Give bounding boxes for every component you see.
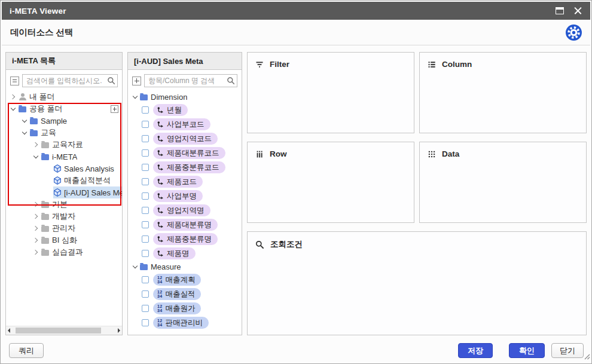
tree-item-developer[interactable]: 개발자 (6, 210, 122, 222)
checkbox[interactable] (142, 106, 149, 114)
data-drop-zone[interactable]: Data (419, 142, 587, 223)
group-dimension[interactable]: Dimension (128, 91, 242, 103)
ok-button[interactable]: 확인 (509, 343, 545, 358)
tree-item-bi-advanced[interactable]: BI 심화 (6, 234, 122, 246)
field-item-dimension[interactable]: 제품대분류명 (128, 218, 242, 232)
tree-item-sample[interactable]: Sample (6, 115, 122, 127)
folder-icon (41, 238, 49, 244)
close-button[interactable]: 닫기 (551, 343, 584, 358)
checkbox[interactable] (142, 207, 149, 214)
cube-icon (53, 176, 62, 185)
checkbox[interactable] (142, 192, 149, 200)
tree-item-admin[interactable]: 관리자 (6, 222, 122, 234)
checkbox[interactable] (142, 121, 149, 128)
dimension-pill[interactable]: 제품명 (153, 247, 196, 259)
maximize-icon[interactable] (556, 7, 564, 14)
chevron-down-icon[interactable] (11, 106, 16, 112)
chevron-right-icon[interactable] (33, 142, 39, 148)
field-item-dimension[interactable]: 제품대분류코드 (128, 146, 242, 160)
field-item-dimension[interactable]: 제품중분류명 (128, 232, 242, 246)
checkbox[interactable] (142, 135, 149, 142)
tree-item-sales-analysis[interactable]: Sales Analysis (6, 163, 122, 175)
dimension-pill[interactable]: 제품중분류명 (153, 233, 218, 245)
tree-item-my-folder[interactable]: 내 폴더 (6, 91, 122, 103)
checkbox[interactable] (142, 276, 149, 283)
field-item-dimension[interactable]: 제품명 (128, 246, 242, 261)
tree-item-education[interactable]: 교육 (6, 127, 122, 139)
tree-item-practice-results[interactable]: 실습결과 (6, 246, 122, 258)
add-folder-icon[interactable] (111, 105, 118, 113)
collapse-all-icon[interactable] (10, 77, 19, 85)
tree-item-public-folder[interactable]: 공용 폴더 (6, 103, 122, 115)
tree-item-training-materials[interactable]: 교육자료 (6, 139, 122, 151)
tree-item-basic[interactable]: 기본 (6, 198, 122, 210)
chevron-right-icon[interactable] (33, 214, 39, 219)
chevron-down-icon[interactable] (133, 94, 138, 100)
field-item-dimension[interactable]: 사업부명 (128, 189, 242, 203)
column-drop-zone[interactable]: Column (419, 52, 587, 133)
dimension-pill[interactable]: 제품대분류코드 (153, 147, 225, 159)
scroll-right-icon[interactable] (115, 328, 121, 334)
field-item-dimension[interactable]: 제품코드 (128, 175, 242, 189)
field-search-input[interactable] (144, 74, 237, 87)
chevron-right-icon[interactable] (33, 238, 39, 243)
dimension-pill[interactable]: 제품중분류코드 (153, 161, 225, 173)
checkbox[interactable] (142, 178, 149, 185)
chevron-right-icon[interactable] (33, 250, 39, 255)
dimension-pill[interactable]: 제품코드 (153, 176, 203, 188)
checkbox[interactable] (142, 221, 149, 228)
checkbox[interactable] (142, 149, 149, 157)
dimension-pill[interactable]: 사업부코드 (153, 118, 210, 130)
checkbox[interactable] (142, 164, 149, 171)
dimension-pill[interactable]: 년월 (153, 104, 188, 116)
close-icon[interactable] (573, 7, 582, 16)
measure-pill[interactable]: 1234매출실적 (153, 288, 201, 300)
meta-list-panel-title: i-META 목록 (6, 53, 122, 70)
horizontal-scrollbar[interactable] (6, 326, 122, 335)
checkbox[interactable] (142, 250, 149, 257)
chevron-right-icon[interactable] (33, 226, 39, 231)
checkbox[interactable] (142, 305, 149, 312)
field-item-dimension[interactable]: 년월 (128, 103, 242, 117)
settings-gear-icon[interactable] (566, 25, 582, 41)
checkbox[interactable] (142, 319, 149, 326)
tree-item-sales-performance[interactable]: 매출실적분석 (6, 175, 122, 186)
field-item-measure[interactable]: 1234판매관리비 (128, 316, 242, 330)
save-button[interactable]: 저장 (458, 343, 493, 358)
folder-icon (41, 214, 49, 220)
chevron-right-icon[interactable] (33, 202, 39, 207)
measure-pill[interactable]: 1234매출원가 (153, 302, 201, 314)
checkbox[interactable] (142, 235, 149, 243)
dimension-pill[interactable]: 영업지역코드 (153, 133, 218, 145)
measure-pill[interactable]: 1234판매관리비 (153, 317, 209, 329)
scrollbar-thumb[interactable] (16, 328, 101, 334)
chevron-down-icon[interactable] (33, 154, 39, 160)
checkbox[interactable] (142, 290, 149, 298)
tree-item-iaud-sales-meta-selected[interactable]: [i-AUD] Sales Meta (6, 186, 122, 198)
filter-drop-zone[interactable]: Filter (247, 52, 414, 133)
chevron-down-icon[interactable] (133, 264, 138, 270)
chevron-down-icon[interactable] (22, 118, 28, 124)
chevron-right-icon[interactable] (11, 94, 16, 100)
field-item-dimension[interactable]: 사업부코드 (128, 117, 242, 131)
field-item-measure[interactable]: 1234매출원가 (128, 301, 242, 316)
query-button[interactable]: 쿼리 (9, 343, 44, 358)
dimension-pill[interactable]: 영업지역명 (153, 204, 210, 216)
row-drop-zone[interactable]: Row (247, 142, 414, 223)
expand-all-icon[interactable] (132, 77, 141, 85)
chevron-down-icon[interactable] (22, 130, 28, 136)
field-item-dimension[interactable]: 제품중분류코드 (128, 160, 242, 175)
condition-box[interactable]: 조회조건 (247, 231, 587, 335)
dimension-pill[interactable]: 사업부명 (153, 190, 203, 202)
field-item-dimension[interactable]: 영업지역명 (128, 203, 242, 218)
folder-search-input[interactable] (22, 74, 118, 87)
group-measure[interactable]: Measure (128, 261, 242, 273)
resize-grip[interactable] (583, 351, 590, 362)
field-item-measure[interactable]: 1234매출계획 (128, 273, 242, 287)
scroll-left-icon[interactable] (7, 328, 13, 334)
field-item-dimension[interactable]: 영업지역코드 (128, 131, 242, 146)
measure-pill[interactable]: 1234매출계획 (153, 274, 201, 286)
field-item-measure[interactable]: 1234매출실적 (128, 287, 242, 301)
dimension-pill[interactable]: 제품대분류명 (153, 219, 218, 231)
tree-item-i-meta[interactable]: i-META (6, 151, 122, 163)
